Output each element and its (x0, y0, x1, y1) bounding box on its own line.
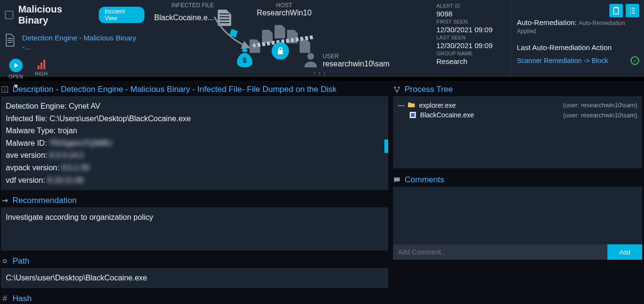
user-label: USER (323, 53, 390, 60)
list-button[interactable] (626, 4, 639, 17)
recommendation-text: Investigate according to organization po… (6, 211, 383, 224)
process-user: (user: researchwin10\sam) (563, 112, 637, 119)
alert-title: Malicious Binary (18, 4, 94, 26)
process-tree-panel: Process Tree — explorer.exe (user: resea… (393, 84, 642, 168)
comments-body (393, 187, 642, 244)
remediation-title: Auto-Remediation: Auto-Remediation Appli… (517, 18, 639, 35)
process-tree-title: Process Tree (405, 85, 453, 94)
person-icon (303, 52, 318, 69)
file-label: INFECTED FILE (154, 2, 231, 9)
user-node[interactable]: USER researchwin10\sam (303, 52, 409, 69)
select-checkbox[interactable] (5, 11, 13, 19)
path-panel: Path C:\Users\user\Desktop\BlackCocaine.… (1, 255, 388, 288)
comment-input[interactable] (393, 244, 607, 260)
lock-icon (272, 42, 289, 60)
link-icon (1, 258, 9, 265)
host-node[interactable]: HOST ResearchWin10 (246, 2, 323, 17)
desc-line: Infected file: C:\Users\user\Desktop\Bla… (6, 113, 383, 125)
last-seen-value: 12/30/2021 09:09 (436, 41, 510, 50)
desc-line: avpack version: (6, 164, 59, 172)
collapse-toggle[interactable]: — (398, 101, 404, 109)
recommendation-body: Investigate according to organization po… (1, 207, 388, 251)
hash-title: Hash (13, 294, 32, 304)
first-seen-label: FIRST SEEN (436, 19, 510, 25)
relationship-graph: INFECTED FILE BlackCocaine.e... HOST Res… (149, 0, 434, 77)
host-label: HOST (246, 2, 323, 9)
svg-point-9 (396, 90, 398, 92)
host-name: ResearchWin10 (246, 9, 323, 17)
moneybag-icon: $ (236, 48, 253, 72)
check-circle-icon: ✓ (631, 56, 639, 65)
svg-point-2 (307, 53, 314, 60)
play-button[interactable] (9, 59, 23, 72)
incident-view-badge[interactable]: Incident View (99, 7, 145, 23)
remediation-link[interactable]: Scanner Remediation -> Block ✓ (517, 56, 639, 65)
description-body: Detection Engine: Cynet AV Infected file… (1, 96, 388, 190)
folder-icon (407, 101, 415, 109)
remediation-section-title: Last Auto-Remediation Action (517, 43, 639, 51)
svg-rect-3 (614, 8, 618, 14)
process-tree-body: — explorer.exe (user: researchwin10\sam)… (393, 96, 642, 168)
status-label: OPEN (9, 74, 23, 79)
comments-panel: Comments Add (393, 174, 642, 260)
severity-label: HIGH (35, 71, 48, 76)
recommendation-panel: Recommendation Investigate according to … (1, 195, 388, 251)
alert-subtitle[interactable]: Detection Engine - Malicious Binary -... (22, 34, 145, 52)
exe-icon (409, 112, 416, 118)
svg-point-7 (394, 87, 396, 89)
process-user: (user: researchwin10\sam) (563, 101, 637, 109)
remediation-panel: Auto-Remediation: Auto-Remediation Appli… (512, 0, 644, 77)
alert-header: Malicious Binary Incident View Detection… (0, 0, 644, 77)
user-name: researchwin10\sam (323, 60, 390, 68)
desc-line: Malware ID: (6, 139, 47, 147)
tree-icon (393, 86, 401, 93)
svg-text:$: $ (243, 56, 247, 64)
severity-icon (38, 59, 45, 69)
chevron-down-icon[interactable]: ▼ (13, 82, 19, 90)
file-name: BlackCocaine.e... (154, 13, 214, 22)
desc-line: Detection Engine: Cynet AV (6, 100, 383, 113)
desc-line: ave version: (6, 151, 47, 159)
alert-id-label: ALERT ID (436, 3, 510, 9)
svg-rect-4 (615, 7, 618, 8)
path-value: C:\Users\user\Desktop\BlackCocaine.exe (6, 272, 383, 284)
add-comment-button[interactable]: Add (607, 244, 642, 260)
comment-icon (393, 177, 401, 183)
first-seen-value: 12/30/2021 09:09 (436, 25, 510, 34)
hash-icon: # (1, 294, 9, 304)
alert-id-value: 9098 (436, 10, 510, 18)
side-column: Process Tree — explorer.exe (user: resea… (390, 81, 644, 304)
path-body: C:\Users\user\Desktop\BlackCocaine.exe (1, 268, 388, 288)
process-name: BlackCocaine.exe (420, 111, 474, 119)
details-column: i Description - Detection Engine - Malic… (0, 81, 390, 304)
hash-panel: # Hash 41F533F7B8F83E5F0D67E90C7B38D1FDC… (1, 293, 388, 304)
path-title: Path (13, 256, 29, 266)
document-icon (5, 34, 15, 49)
clipboard-button[interactable] (609, 4, 623, 17)
process-row[interactable]: BlackCocaine.exe (user: researchwin10\sa… (396, 110, 639, 120)
desc-line: vdf version: (6, 176, 45, 184)
alert-meta: ALERT ID 9098 FIRST SEEN 12/30/2021 09:0… (434, 0, 512, 77)
group-label: GROUP NAME (436, 51, 510, 56)
last-seen-label: LAST SEEN (436, 35, 510, 40)
process-name: explorer.exe (419, 101, 456, 109)
svg-point-8 (398, 87, 400, 89)
recommendation-title: Recommendation (13, 196, 77, 205)
description-panel: i Description - Detection Engine - Malic… (1, 84, 388, 190)
group-value: Research (436, 57, 510, 65)
collapse-arrows-icon[interactable]: ↑↑↑ (313, 70, 328, 77)
scrollbar-thumb[interactable] (384, 139, 388, 153)
comments-title: Comments (405, 175, 444, 185)
arrow-icon (1, 197, 9, 204)
header-left: Malicious Binary Incident View Detection… (0, 0, 149, 77)
desc-line: Malware Type: trojan (6, 125, 383, 137)
process-row[interactable]: — explorer.exe (user: researchwin10\sam) (396, 100, 639, 110)
